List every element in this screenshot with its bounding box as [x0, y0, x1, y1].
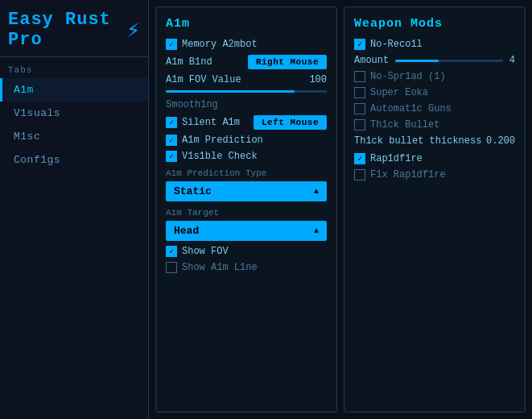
show-fov-row: Show FOV	[166, 246, 327, 257]
no-spread-checkbox[interactable]	[354, 71, 365, 82]
silent-a1m-checkbox[interactable]	[166, 117, 177, 128]
tabs-label: Tabs	[0, 57, 148, 78]
a1m-prediction-row: A1m Prediction	[166, 135, 327, 146]
sidebar-header: Easy Rust Pro ⚡	[0, 0, 148, 57]
a1m-panel: A1m Memory A2mbot A1m B1nd Right Mouse A…	[155, 6, 337, 413]
silent-a1m-button[interactable]: Left Mouse	[254, 115, 327, 130]
visible-check-checkbox[interactable]	[166, 151, 177, 162]
prediction-type-arrow: ▲	[314, 187, 319, 196]
sidebar-item-a1m[interactable]: A1m	[0, 78, 148, 102]
show-a1m-line-label: Show A1m L1ne	[182, 262, 258, 273]
a1m-target-label: A1m Target	[166, 208, 327, 218]
a1m-panel-title: A1m	[166, 17, 327, 31]
prediction-type-value: Static	[174, 185, 212, 197]
no-spread-row: No-Spr1ad (1)	[354, 71, 515, 82]
panels: A1m Memory A2mbot A1m B1nd Right Mouse A…	[149, 0, 532, 419]
no-recoil-label: No-Reco1l	[370, 39, 423, 50]
no-spread-label: No-Spr1ad (1)	[370, 71, 446, 82]
smoothing-label: Smooth1ng	[166, 99, 218, 110]
fix-rapidfire-checkbox[interactable]	[354, 169, 365, 180]
fov-slider-fill	[166, 90, 295, 93]
rapidfire-row: Rap1df1re	[354, 153, 515, 164]
a1m-prediction-checkbox[interactable]	[166, 135, 177, 146]
super-eoka-checkbox[interactable]	[354, 87, 365, 98]
a1m-bind-button[interactable]: Right Mouse	[248, 55, 327, 69]
super-eoka-label: Super Eoka	[370, 87, 428, 98]
bolt-icon: ⚡	[126, 16, 140, 44]
thick-bullet-label: Th1ck Bullet	[370, 119, 439, 131]
a1m-target-dropdown[interactable]: Head ▲	[166, 221, 327, 241]
app-title: Easy Rust Pro	[8, 10, 123, 50]
amount-bar[interactable]	[395, 60, 503, 62]
sidebar-item-misc[interactable]: M1sc	[0, 125, 148, 148]
visible-check-label: V1s1ble Check	[182, 151, 258, 162]
automatic-guns-checkbox[interactable]	[354, 103, 365, 114]
no-recoil-checkbox[interactable]	[354, 39, 365, 50]
prediction-type-dropdown[interactable]: Static ▲	[166, 181, 327, 201]
memory-a2mbot-label: Memory A2mbot	[182, 39, 258, 50]
super-eoka-row: Super Eoka	[354, 87, 515, 98]
a1m-bind-row: A1m B1nd Right Mouse	[166, 55, 327, 69]
rapidfire-checkbox[interactable]	[354, 153, 365, 164]
thick-bullet-row: Th1ck Bullet	[354, 119, 515, 131]
memory-a2mbot-checkbox[interactable]	[166, 39, 177, 50]
fov-slider-track	[166, 90, 327, 93]
weapon-mods-title: Weapon Mods	[354, 17, 515, 31]
amount-row: Amount 4	[354, 55, 515, 66]
weapon-mods-panel: Weapon Mods No-Reco1l Amount 4 No-Spr1ad…	[344, 6, 526, 413]
thickness-value: 0.200	[486, 135, 515, 147]
a1m-fov-value: 100	[309, 74, 327, 85]
fix-rapidfire-row: F1x Rap1df1re	[354, 169, 515, 180]
silent-a1m-label: Silent A1m	[182, 117, 240, 128]
memory-a2mbot-row: Memory A2mbot	[166, 39, 327, 50]
show-fov-label: Show FOV	[182, 246, 229, 257]
fix-rapidfire-label: F1x Rap1df1re	[370, 169, 446, 180]
thick-bullet-checkbox[interactable]	[354, 119, 365, 131]
automatic-guns-label: Automat1c Guns	[370, 103, 452, 114]
automatic-guns-row: Automat1c Guns	[354, 103, 515, 114]
a1m-prediction-label: A1m Prediction	[182, 135, 263, 146]
silent-a1m-check-row: Silent A1m	[166, 117, 240, 128]
visible-check-row: V1s1ble Check	[166, 151, 327, 162]
smoothing-row: Smooth1ng	[166, 99, 327, 110]
rapidfire-label: Rap1df1re	[370, 153, 423, 164]
thickness-label: Th1ck bullet thickness	[354, 135, 481, 147]
thickness-row: Th1ck bullet thickness 0.200	[354, 135, 515, 147]
a1m-fov-label: A1m FOV Value	[166, 74, 241, 85]
show-fov-checkbox[interactable]	[166, 246, 177, 257]
no-recoil-row: No-Reco1l	[354, 39, 515, 50]
a1m-target-arrow: ▲	[314, 226, 319, 235]
sidebar-item-configs[interactable]: Conf1gs	[0, 148, 148, 172]
fov-slider[interactable]	[166, 90, 327, 93]
a1m-fov-row: A1m FOV Value 100	[166, 74, 327, 85]
amount-label: Amount	[354, 55, 389, 66]
a1m-target-value: Head	[174, 225, 199, 237]
amount-value: 4	[509, 55, 515, 66]
show-a1m-line-row: Show A1m L1ne	[166, 262, 327, 273]
silent-a1m-row: Silent A1m Left Mouse	[166, 115, 327, 130]
a1m-bind-label: A1m B1nd	[166, 56, 212, 68]
show-a1m-line-checkbox[interactable]	[166, 262, 177, 273]
sidebar-item-visuals[interactable]: V1suals	[0, 102, 148, 125]
prediction-type-label: A1m Prediction Type	[166, 168, 327, 178]
amount-fill	[395, 60, 438, 62]
sidebar: Easy Rust Pro ⚡ Tabs A1m V1suals M1sc Co…	[0, 0, 149, 419]
sidebar-nav: A1m V1suals M1sc Conf1gs	[0, 78, 148, 172]
